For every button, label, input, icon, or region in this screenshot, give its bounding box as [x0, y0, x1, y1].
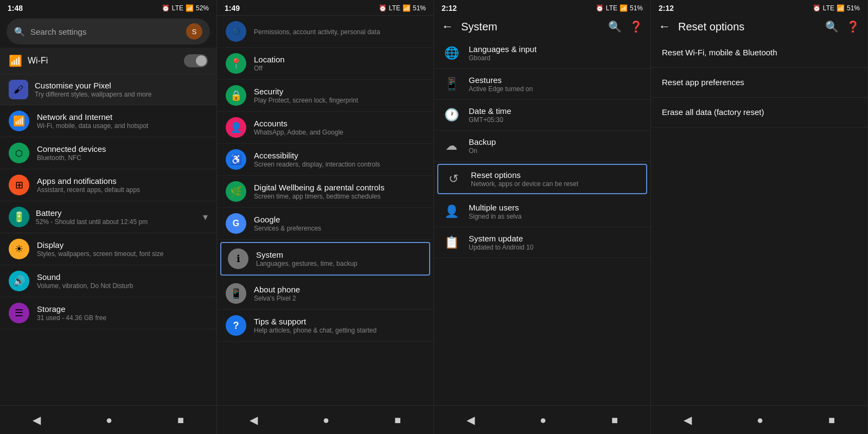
security-title: Security: [254, 87, 425, 96]
location-icon: 📍: [226, 53, 246, 74]
backup-subtitle: On: [469, 147, 642, 155]
settings-item-aboutphone[interactable]: 📱 About phone Selva's Pixel 2: [217, 278, 433, 310]
apps-title: Apps and notifications: [37, 176, 208, 186]
multiusers-title: Multiple users: [469, 203, 642, 212]
multiusers-icon: 👤: [443, 205, 460, 219]
nav-bar-1: ◀ ● ■: [0, 405, 216, 434]
system-search-icon[interactable]: 🔍: [608, 20, 622, 33]
storage-subtitle: 31 used - 44.36 GB free: [37, 314, 208, 322]
recents-button-2[interactable]: ■: [381, 412, 414, 429]
apps-subtitle: Assistant, recent apps, default apps: [37, 186, 208, 194]
status-bar-4: 2:12 ⏰ LTE 📶 51%: [651, 0, 867, 15]
home-button-1[interactable]: ●: [93, 412, 125, 429]
connected-subtitle: Bluetooth, NFC: [37, 154, 208, 162]
toggle-knob: [196, 55, 207, 66]
system-item-update[interactable]: 📋 System update Updated to Android 10: [434, 227, 650, 258]
multiusers-subtitle: Signed in as selva: [469, 213, 642, 220]
settings-item-digitalwellbeing[interactable]: 🌿 Digital Wellbeing & parental controls …: [217, 176, 433, 208]
settings-item-apps[interactable]: ⊞ Apps and notifications Assistant, rece…: [0, 169, 216, 201]
reset-wifi-option[interactable]: Reset Wi-Fi, mobile & Bluetooth: [651, 38, 867, 68]
settings-item-display[interactable]: ☀ Display Styles, wallpapers, screen tim…: [0, 233, 216, 265]
battery-icon: 🔋: [9, 207, 29, 227]
settings-item-network[interactable]: 📶 Network and Internet Wi-Fi, mobile, da…: [0, 105, 216, 137]
lte-icon-2: LTE: [389, 4, 400, 12]
google-subtitle: Services & preferences: [254, 225, 425, 232]
back-button-4[interactable]: ◀: [671, 411, 705, 429]
settings-item-sound[interactable]: 🔊 Sound Volume, vibration, Do Not Distur…: [0, 265, 216, 297]
google-icon: G: [226, 213, 246, 234]
settings-item-battery[interactable]: 🔋 Battery 52% - Should last until about …: [0, 201, 216, 233]
home-button-3[interactable]: ●: [527, 412, 559, 429]
display-title: Display: [37, 240, 208, 250]
system-item-languages[interactable]: 🌐 Languages & input Gboard: [434, 38, 650, 69]
system-item-multiusers[interactable]: 👤 Multiple users Signed in as selva: [434, 196, 650, 227]
settings-item-security[interactable]: 🔒 Security Play Protect, screen lock, fi…: [217, 80, 433, 112]
location-title: Location: [254, 55, 425, 64]
recents-button-4[interactable]: ■: [815, 412, 848, 429]
accessibility-title: Accessibility: [254, 151, 425, 160]
system-item-reset[interactable]: ↺ Reset options Network, apps or device …: [437, 164, 647, 194]
system-help-icon[interactable]: ❓: [629, 20, 643, 33]
system-header-icons: 🔍 ❓: [608, 20, 643, 33]
back-button-2[interactable]: ◀: [237, 411, 271, 429]
languages-title: Languages & input: [469, 44, 642, 54]
settings-item-system[interactable]: ℹ System Languages, gestures, time, back…: [220, 242, 430, 276]
backup-icon: ☁: [443, 139, 460, 153]
panel-2-settings-list: 1:49 ⏰ LTE 📶 51% 🔵 Permissions, account …: [217, 0, 434, 434]
reset-help-icon[interactable]: ❓: [846, 20, 860, 33]
update-subtitle: Updated to Android 10: [469, 244, 642, 251]
settings-item-storage[interactable]: ☰ Storage 31 used - 44.36 GB free: [0, 297, 216, 329]
languages-icon: 🌐: [443, 46, 460, 60]
google-title: Google: [254, 215, 425, 224]
battery-expand-icon[interactable]: ▾: [203, 211, 208, 223]
digitalwellbeing-icon: 🌿: [226, 181, 246, 202]
nav-bar-4: ◀ ● ■: [651, 405, 867, 434]
system-back-button[interactable]: ←: [442, 20, 454, 34]
gestures-subtitle: Active Edge turned on: [469, 85, 642, 93]
nav-bar-2: ◀ ● ■: [217, 405, 433, 434]
settings-item-google[interactable]: G Google Services & preferences: [217, 208, 433, 240]
home-button-2[interactable]: ●: [310, 412, 342, 429]
erase-all-option[interactable]: Erase all data (factory reset): [651, 98, 867, 127]
languages-subtitle: Gboard: [469, 54, 642, 62]
settings-item-accessibility[interactable]: ♿ Accessibility Screen readers, display,…: [217, 144, 433, 176]
settings-item-connected[interactable]: ⬡ Connected devices Bluetooth, NFC: [0, 137, 216, 169]
wifi-row[interactable]: 📶 Wi-Fi: [0, 48, 216, 74]
reset-app-option[interactable]: Reset app preferences: [651, 68, 867, 98]
status-icons-3: ⏰ LTE 📶 51%: [596, 4, 643, 12]
recents-button-3[interactable]: ■: [598, 412, 631, 429]
settings-item-permissions[interactable]: 🔵 Permissions, account activity, persona…: [217, 15, 433, 48]
erase-all-label: Erase all data (factory reset): [662, 107, 764, 117]
battery-title: Battery: [36, 208, 196, 218]
back-button-3[interactable]: ◀: [454, 411, 488, 429]
apps-icon: ⊞: [9, 175, 29, 195]
customize-pixel-item[interactable]: 🖌 Customise your Pixel Try different sty…: [0, 74, 216, 105]
back-button-1[interactable]: ◀: [20, 411, 54, 429]
system-item-backup[interactable]: ☁ Backup On: [434, 131, 650, 162]
system-panel-title: System: [461, 21, 601, 33]
customize-title: Customise your Pixel: [35, 81, 208, 90]
home-button-4[interactable]: ●: [744, 412, 776, 429]
battery-2: 51%: [413, 4, 426, 12]
digitalwellbeing-title: Digital Wellbeing & parental controls: [254, 183, 425, 192]
settings-item-tips[interactable]: ? Tips & support Help articles, phone & …: [217, 310, 433, 342]
settings-item-location[interactable]: 📍 Location Off: [217, 48, 433, 80]
wifi-icon: 📶: [9, 54, 22, 67]
wifi-toggle[interactable]: [184, 54, 208, 67]
user-avatar[interactable]: S: [186, 23, 202, 40]
recents-button-1[interactable]: ■: [164, 412, 197, 429]
status-time-3: 2:12: [442, 4, 457, 12]
system-item-datetime[interactable]: 🕐 Date & time GMT+05:30: [434, 100, 650, 131]
network-icon: 📶: [9, 111, 29, 131]
status-icons-1: ⏰ LTE 📶 52%: [162, 4, 209, 12]
reset-back-button[interactable]: ←: [659, 20, 671, 34]
search-bar[interactable]: 🔍 Search settings S: [7, 18, 210, 44]
status-bar-3: 2:12 ⏰ LTE 📶 51%: [434, 0, 650, 15]
system-item-gestures[interactable]: 📱 Gestures Active Edge turned on: [434, 69, 650, 100]
settings-item-accounts[interactable]: 👤 Accounts WhatsApp, Adobe, and Google: [217, 112, 433, 144]
status-icons-4: ⏰ LTE 📶 51%: [813, 4, 860, 12]
reset-search-icon[interactable]: 🔍: [825, 20, 839, 33]
security-subtitle: Play Protect, screen lock, fingerprint: [254, 97, 425, 104]
reset-header-icons: 🔍 ❓: [825, 20, 860, 33]
customize-subtitle: Try different styles, wallpapers and mor…: [35, 91, 208, 98]
